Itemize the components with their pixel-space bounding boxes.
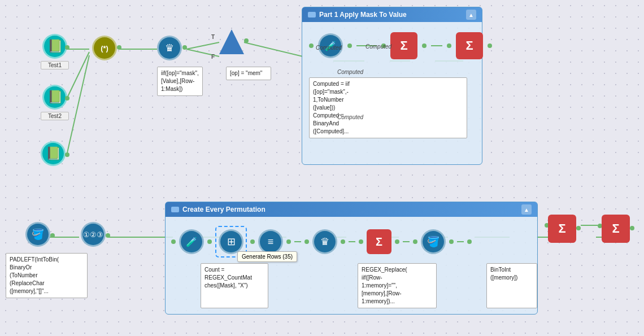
conn-exit-line: [581, 225, 598, 226]
book-node-2: 📗 Test2: [41, 85, 69, 120]
sigma-exit-1: Σ: [548, 215, 576, 243]
conn-p2-4: [286, 239, 291, 244]
formula-mem-text: [op] = "mem": [230, 70, 262, 76]
conn-dot-triangle: [244, 38, 249, 43]
formula-regex-text: REGEX_Replace( iif([Row- 1:memory]="", […: [362, 267, 407, 304]
mug-icon-p2: 🪣: [421, 229, 446, 254]
crown-node: ♛: [157, 36, 182, 60]
part2-title: Create Every Permutation: [182, 206, 266, 213]
conn-p2-in: [171, 239, 176, 244]
formula-bintoint-box: BinToInt ([memory]): [486, 263, 537, 308]
conn-dot-book2: [65, 96, 69, 101]
conn-p2-10: [449, 239, 454, 244]
conn-4: [422, 43, 427, 48]
part1-panel: Part 1 Apply Mask To Value ▲ 🧪 Σ Σ Compu…: [302, 7, 482, 165]
part2-collapse-btn[interactable]: ▲: [521, 204, 532, 215]
conn-5: [447, 43, 451, 48]
formula-count-box: Count = REGEX_CountMat ches([Mask], "X"): [201, 263, 268, 308]
conn-line-2: [431, 45, 442, 46]
book-icon-3: 📗: [41, 141, 66, 166]
conn-p2-line1: [294, 241, 301, 242]
numbers-node: ①②③: [81, 222, 106, 247]
crown-icon-2: ♛: [312, 229, 337, 254]
panel2-icon: [171, 207, 179, 212]
part1-panel-header: Part 1 Apply Mask To Value ▲: [302, 7, 482, 22]
conn-dot-book3: [65, 152, 69, 157]
book-icon-1: 📗: [42, 34, 67, 59]
conn-p2-3: [250, 239, 255, 244]
grid-icon: ⊞: [219, 229, 243, 254]
conn-p2-8: [395, 239, 399, 244]
branch-f-label: F: [211, 54, 215, 60]
formula-iif-box: iif([op]="mask", [Value],[Row- 1:Mask]): [157, 67, 203, 96]
book-node-1: 📗 Test1: [41, 34, 69, 69]
formula-panel1-text: Computed = iif ([op]="mask",- 1,ToNumber…: [313, 81, 350, 134]
computed-label-2: Computed: [365, 43, 391, 50]
svg-line-4: [244, 42, 303, 56]
conn-in-1: [309, 43, 314, 48]
conn-2: [347, 43, 352, 48]
formula-regex-box: REGEX_Replace( iif([Row- 1:memory]="", […: [358, 263, 437, 308]
svg-line-5: [67, 52, 89, 99]
list-icon: ≡: [258, 229, 283, 254]
formula-mem-box: [op] = "mem": [226, 67, 271, 80]
sigma-icon-2: Σ: [456, 32, 483, 59]
sigma-p2-1: Σ: [367, 229, 391, 254]
computed-label-1: Computed: [316, 45, 342, 51]
mug-icon-left: 🪣: [25, 222, 50, 247]
triangle-icon: [219, 29, 244, 54]
generate-rows-tooltip: Generate Rows (35): [237, 251, 297, 262]
numbers-icon: ①②③: [81, 222, 106, 247]
computed-text-2: Computed: [337, 114, 363, 120]
part1-collapse-btn[interactable]: ▲: [466, 10, 476, 20]
formula-padleft-box: PADLEFT(IntToBin( BinaryOr (ToNumber (Re…: [6, 253, 88, 298]
regex-icon: (*): [92, 36, 117, 60]
sigma-icon-1: Σ: [390, 32, 417, 59]
part2-panel: Create Every Permutation ▲ 🧪 ⊞ ≡ ♛: [165, 202, 538, 315]
crown-icon: ♛: [157, 36, 182, 60]
conn-p2-11: [467, 239, 472, 244]
svg-line-2: [186, 42, 219, 49]
conn-exit-2: [576, 226, 581, 230]
conn-mug-left: [50, 233, 55, 238]
book2-label: Test2: [41, 112, 69, 120]
computed-text-1: Computed: [337, 69, 363, 75]
conn-p2-6: [341, 239, 345, 244]
part2-panel-header: Create Every Permutation ▲: [166, 202, 537, 217]
conn-p2-7: [359, 239, 363, 244]
part2-nodes-row: 🧪 ⊞ ≡ ♛ Σ 🪣: [171, 226, 472, 258]
formula-panel1-box: Computed = iif ([op]="mask",- 1,ToNumber…: [309, 77, 467, 138]
mug-node-left: 🪣: [25, 222, 50, 247]
book1-label: Test1: [41, 61, 69, 69]
formula-padleft-text: PADLEFT(IntToBin( BinaryOr (ToNumber (Re…: [10, 256, 59, 294]
conn-p2-line4: [457, 241, 464, 242]
sigma-exit-2: Σ: [602, 215, 630, 243]
conn-p2-2: [207, 239, 212, 244]
triangle-node: [219, 29, 244, 54]
formula-row-p2: Count = REGEX_CountMat ches([Mask], "X")…: [171, 263, 532, 308]
conn-dot-regex: [117, 45, 121, 50]
formula-iif-text: iif([op]="mask", [Value],[Row- 1:Mask]): [161, 70, 199, 92]
conn-p2-line3: [403, 241, 410, 242]
conn-dot-book1: [65, 45, 69, 50]
part1-title: Part 1 Apply Mask To Value: [319, 11, 407, 19]
conn-exit-4: [630, 226, 634, 230]
svg-line-6: [67, 55, 89, 155]
part2-body: 🧪 ⊞ ≡ ♛ Σ 🪣: [166, 217, 537, 314]
conn-p2-5: [304, 239, 309, 244]
branch-t-label: T: [211, 34, 215, 40]
book-node-3: 📗: [41, 141, 66, 166]
formula-bintoint-text: BinToInt ([memory]): [490, 267, 517, 281]
panel1-icon: [308, 12, 316, 18]
conn-numbers: [106, 233, 110, 238]
flask-icon-2: 🧪: [179, 229, 204, 254]
tooltip-text: Generate Rows (35): [242, 254, 293, 260]
conn-6: [488, 43, 492, 48]
book-icon-2: 📗: [42, 85, 67, 110]
formula-count-text: Count = REGEX_CountMat ches([Mask], "X"): [204, 267, 252, 289]
part1-body: 🧪 Σ Σ Computed Computed Computed = iif (…: [302, 22, 482, 146]
conn-p2-line2: [349, 241, 355, 242]
conn-dot-crown: [182, 45, 187, 50]
regex-node: (*): [92, 36, 117, 60]
conn-p2-9: [413, 239, 417, 244]
